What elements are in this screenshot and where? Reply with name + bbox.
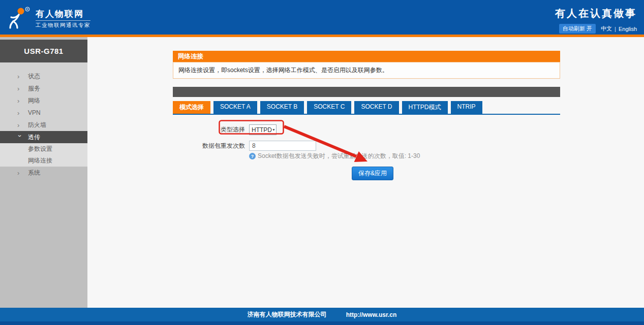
sidebar-item-services[interactable]: › 服务 bbox=[0, 82, 87, 94]
tab-socket-a[interactable]: SOCKET A bbox=[213, 101, 257, 114]
sidebar-subitem-parameter-settings[interactable]: 参数设置 bbox=[0, 143, 87, 155]
sidebar-subitem-label: 网络连接 bbox=[28, 156, 52, 165]
sidebar-item-vpn[interactable]: › VPN bbox=[0, 107, 87, 119]
device-name: USR-G781 bbox=[0, 40, 87, 62]
sidebar-menu: › 状态 › 服务 › 网络 › VPN › 防火墙 › 透传 bbox=[0, 62, 87, 167]
sidebar-item-label: VPN bbox=[28, 109, 41, 116]
sidebar-item-label: 防火墙 bbox=[28, 121, 46, 129]
footer-company: 济南有人物联网技术有限公司 bbox=[248, 310, 327, 319]
help-icon: ? bbox=[249, 153, 256, 159]
page-title: 网络连接 bbox=[173, 51, 560, 62]
chevron-right-icon: › bbox=[17, 169, 22, 177]
sidebar-item-label: 网络 bbox=[28, 96, 40, 105]
type-select-dropdown[interactable]: HTTPD ▼ bbox=[249, 124, 277, 135]
chevron-down-icon: › bbox=[16, 135, 24, 140]
chevron-right-icon: › bbox=[17, 85, 22, 92]
brand: R 有人物联网 工业物联网通讯专家 bbox=[6, 0, 90, 35]
sidebar-subitem-network-connection[interactable]: 网络连接 bbox=[0, 155, 87, 167]
sidebar-item-passthrough[interactable]: › 透传 bbox=[0, 131, 87, 143]
retry-count-hint: Socket数据包发送失败时，尝试重新发送的次数，取值: 1-30 bbox=[258, 152, 420, 160]
retry-count-label: 数据包重发次数 bbox=[173, 142, 245, 150]
tab-httpd-mode[interactable]: HTTPD模式 bbox=[402, 101, 448, 114]
footer: 济南有人物联网技术有限公司 http://www.usr.cn bbox=[0, 308, 644, 325]
chevron-right-icon: › bbox=[17, 109, 22, 117]
sidebar-item-label: 服务 bbox=[28, 84, 40, 93]
main-content: 网络连接 网络连接设置，即sockets设置，选择网络工作模式、是否启用以及联网… bbox=[87, 37, 644, 308]
lang-english-link[interactable]: English bbox=[619, 26, 637, 32]
sidebar: USR-G781 › 状态 › 服务 › 网络 › VPN › 防火墙 bbox=[0, 37, 87, 308]
tab-socket-d[interactable]: SOCKET D bbox=[354, 101, 398, 114]
type-select-value: HTTPD bbox=[252, 126, 272, 134]
sidebar-item-network[interactable]: › 网络 bbox=[0, 94, 87, 107]
svg-text:R: R bbox=[26, 8, 28, 11]
brand-divider bbox=[36, 20, 90, 21]
tab-bar: 模式选择 SOCKET A SOCKET B SOCKET C SOCKET D… bbox=[173, 101, 560, 115]
type-select-label: 类型选择 bbox=[173, 125, 245, 134]
dropdown-arrow-icon: ▼ bbox=[272, 128, 275, 132]
brand-name: 有人物联网 bbox=[36, 10, 90, 18]
auto-refresh-toggle[interactable]: 自动刷新 开 bbox=[559, 24, 596, 34]
chevron-right-icon: › bbox=[17, 73, 22, 80]
sidebar-item-system[interactable]: › 系统 bbox=[0, 167, 87, 179]
sidebar-item-firewall[interactable]: › 防火墙 bbox=[0, 119, 87, 131]
sidebar-subitem-label: 参数设置 bbox=[28, 145, 52, 153]
chevron-right-icon: › bbox=[17, 97, 22, 105]
lang-separator: | bbox=[615, 26, 616, 32]
top-header: R 有人物联网 工业物联网通讯专家 有人在认真做事 自动刷新 开 中文 | En… bbox=[0, 0, 644, 35]
sidebar-item-label: 透传 bbox=[28, 133, 40, 142]
sidebar-item-label: 状态 bbox=[28, 72, 40, 81]
brand-logo-icon: R bbox=[6, 6, 32, 31]
page-description: 网络连接设置，即sockets设置，选择网络工作模式、是否启用以及联网参数。 bbox=[173, 62, 560, 79]
lang-chinese-link[interactable]: 中文 bbox=[601, 25, 612, 32]
tab-socket-c[interactable]: SOCKET C bbox=[307, 101, 351, 114]
footer-url: http://www.usr.cn bbox=[346, 311, 397, 318]
chevron-right-icon: › bbox=[17, 121, 22, 129]
header-slogan: 有人在认真做事 bbox=[555, 7, 637, 20]
tab-mode-select[interactable]: 模式选择 bbox=[173, 101, 210, 114]
save-apply-button[interactable]: 保存&应用 bbox=[352, 167, 393, 180]
brand-tagline: 工业物联网通讯专家 bbox=[36, 22, 90, 28]
tab-socket-b[interactable]: SOCKET B bbox=[260, 101, 304, 114]
retry-count-input[interactable] bbox=[249, 141, 316, 151]
sidebar-item-status[interactable]: › 状态 bbox=[0, 70, 87, 82]
section-divider-bar bbox=[173, 87, 560, 97]
sidebar-item-label: 系统 bbox=[28, 169, 40, 177]
tab-ntrip[interactable]: NTRIP bbox=[451, 101, 482, 114]
